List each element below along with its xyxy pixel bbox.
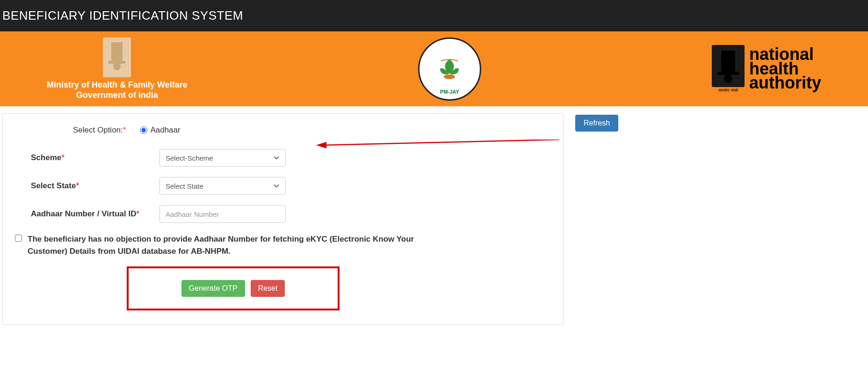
header-band: Ministry of Health & Family Welfare Gove…	[0, 31, 868, 106]
india-emblem-icon	[103, 37, 131, 77]
system-title: BENEFICIARY IDENTIFICATION SYSTEM	[2, 8, 243, 22]
nha-line3: authority	[749, 76, 821, 90]
refresh-button[interactable]: Refresh	[575, 115, 618, 132]
state-select[interactable]: Select State	[159, 177, 286, 195]
consent-text: The beneficiary has no objection to prov…	[28, 233, 433, 257]
svg-rect-5	[717, 72, 739, 75]
svg-point-3	[444, 74, 455, 79]
arrow-annotation-icon	[316, 140, 559, 149]
row-aadhaar: Aadhaar Number / Virtual ID*	[12, 205, 554, 223]
nha-text-block: national health authority	[749, 47, 821, 90]
ministry-line2: Government of india	[47, 90, 188, 100]
generate-otp-button[interactable]: Generate OTP	[181, 280, 245, 297]
form-card: Select Option:* Aadhaar Scheme* Select-S…	[2, 113, 564, 325]
row-state: Select State* Select State	[12, 177, 554, 195]
row-select-option: Select Option:* Aadhaar	[12, 125, 554, 135]
ministry-line1: Ministry of Health & Family Welfare	[47, 80, 188, 90]
consent-row: The beneficiary has no objection to prov…	[12, 233, 433, 257]
row-scheme: Scheme* Select-Scheme	[12, 149, 554, 167]
aadhaar-input[interactable]	[159, 205, 286, 223]
svg-rect-4	[721, 51, 735, 72]
aadhaar-radio[interactable]	[140, 126, 147, 134]
scheme-select[interactable]: Select-Scheme	[159, 149, 286, 167]
header-left-block: Ministry of Health & Family Welfare Gove…	[47, 37, 188, 100]
svg-point-6	[724, 74, 732, 83]
content-wrapper: Select Option:* Aadhaar Scheme* Select-S…	[0, 106, 868, 332]
aadhaar-radio-label: Aadhaar	[150, 125, 180, 135]
svg-marker-8	[316, 142, 326, 148]
pmjay-logo: PM-JAY	[418, 37, 481, 101]
reset-button[interactable]: Reset	[251, 280, 285, 297]
satyamev-text: सत्यमेव जयते	[712, 88, 745, 93]
leaf-icon	[435, 57, 463, 81]
state-label: Select State*	[12, 181, 159, 191]
select-option-label: Select Option:*	[73, 125, 126, 135]
header-right-block: सत्यमेव जयते national health authority	[712, 45, 821, 93]
nha-emblem-icon	[712, 45, 745, 87]
pmjay-text: PM-JAY	[440, 89, 459, 95]
aadhaar-label: Aadhaar Number / Virtual ID*	[12, 209, 159, 219]
svg-point-2	[113, 63, 121, 70]
aadhaar-radio-wrap[interactable]: Aadhaar	[140, 125, 180, 135]
scheme-label: Scheme*	[12, 153, 159, 162]
svg-line-7	[323, 140, 559, 145]
side-column: Refresh	[575, 113, 618, 325]
nha-emblem-wrap: सत्यमेव जयते	[712, 45, 745, 93]
consent-checkbox[interactable]	[15, 235, 22, 242]
svg-rect-0	[111, 42, 123, 61]
button-highlight-box: Generate OTP Reset	[127, 266, 340, 310]
top-bar: BENEFICIARY IDENTIFICATION SYSTEM	[0, 0, 868, 31]
